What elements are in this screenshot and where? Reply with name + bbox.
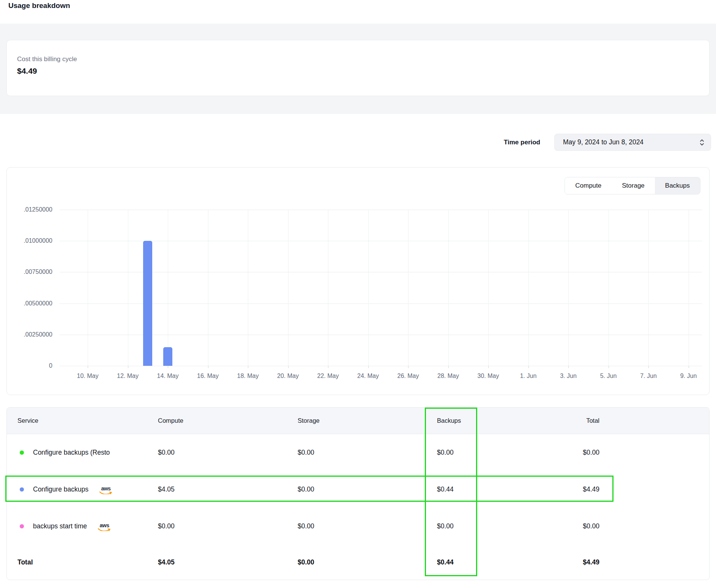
x-axis-label: 24. May — [357, 373, 379, 379]
x-axis-label: 20. May — [277, 373, 299, 379]
time-period-row: Time period May 9, 2024 to Jun 8, 2024 — [504, 134, 711, 151]
usage-table: Service Compute Storage Backups Total Co… — [6, 407, 710, 580]
gridline-vertical — [448, 210, 449, 366]
gridline-horizontal — [60, 366, 702, 366]
x-axis-tick — [208, 366, 208, 368]
x-axis-tick — [648, 366, 649, 368]
chart-metric-tabs: Compute Storage Backups — [565, 177, 700, 194]
x-axis-label: 28. May — [437, 373, 459, 379]
chart-bar-14-may[interactable] — [163, 347, 172, 366]
x-axis-tick — [128, 366, 128, 368]
table-header-row: Service Compute Storage Backups Total — [7, 408, 709, 434]
gridline-vertical — [648, 210, 649, 366]
y-axis-label: .01000000 — [9, 237, 52, 244]
backups-total: $0.44 — [437, 558, 528, 566]
gridline-vertical — [488, 210, 489, 366]
compute-cost: $0.00 — [158, 449, 298, 457]
backups-cost: $0.00 — [437, 449, 528, 457]
chart-bar-13-may[interactable] — [143, 241, 152, 366]
chevron-up-down-icon — [699, 138, 705, 147]
bar-chart: .01250000.01000000.00750000.00500000.002… — [7, 168, 709, 395]
gridline-horizontal — [60, 303, 702, 304]
y-axis-label: .00500000 — [9, 300, 52, 307]
gridline-vertical — [408, 210, 408, 366]
table-row: Configure backups (Resto $0.00 $0.00 $0.… — [7, 434, 709, 471]
cost-card-label: Cost this billing cycle — [17, 55, 709, 63]
column-header-backups: Backups — [437, 417, 528, 424]
series-dot-icon — [20, 524, 24, 528]
usage-chart-card: Compute Storage Backups .01250000.010000… — [6, 167, 710, 395]
service-name: Configure backups (Resto — [33, 449, 110, 457]
x-axis-label: 9. Jun — [680, 373, 697, 379]
y-axis-label: 0 — [9, 362, 52, 369]
table-total-row: Total $4.05 $0.00 $0.44 $4.49 — [7, 545, 709, 580]
aws-icon: aws — [98, 523, 111, 531]
gridline-horizontal — [60, 210, 702, 210]
x-axis-tick — [689, 366, 689, 368]
x-axis-label: 12. May — [117, 373, 139, 379]
total-cost: $0.00 — [528, 449, 709, 457]
x-axis-tick — [328, 366, 328, 368]
x-axis-tick — [88, 366, 88, 368]
x-axis-tick — [168, 366, 168, 368]
x-axis-tick — [609, 366, 609, 368]
time-period-value: May 9, 2024 to Jun 8, 2024 — [563, 138, 643, 146]
tab-backups[interactable]: Backups — [655, 177, 700, 194]
service-name: backups start time — [33, 522, 87, 530]
gridline-horizontal — [60, 241, 702, 241]
column-header-service: Service — [7, 417, 158, 424]
gridline-vertical — [208, 210, 208, 366]
x-axis-label: 14. May — [157, 373, 179, 379]
page-title: Usage breakdown — [8, 2, 70, 10]
time-period-select[interactable]: May 9, 2024 to Jun 8, 2024 — [554, 134, 711, 151]
cost-card: Cost this billing cycle $4.49 — [6, 40, 710, 96]
storage-cost: $0.00 — [298, 449, 437, 457]
x-axis-label: 16. May — [197, 373, 219, 379]
cost-card-value: $4.49 — [17, 66, 709, 76]
column-header-storage: Storage — [298, 417, 437, 424]
y-axis-label: .00750000 — [9, 269, 52, 275]
x-axis-tick — [368, 366, 369, 368]
gridline-vertical — [568, 210, 569, 366]
x-axis-tick — [488, 366, 489, 368]
gridline-vertical — [88, 210, 88, 366]
compute-cost: $4.05 — [158, 485, 298, 493]
backups-cost: $0.44 — [437, 485, 528, 493]
x-axis-label: 22. May — [317, 373, 339, 379]
gridline-vertical — [528, 210, 529, 366]
y-axis-label: .01250000 — [9, 206, 52, 213]
tab-storage[interactable]: Storage — [612, 177, 655, 194]
x-axis-tick — [448, 366, 449, 368]
column-header-total: Total — [528, 417, 709, 424]
time-period-label: Time period — [504, 139, 540, 146]
storage-total: $0.00 — [298, 558, 437, 566]
billing-summary-band: Cost this billing cycle $4.49 — [0, 24, 716, 114]
x-axis-label: 3. Jun — [560, 373, 577, 379]
y-axis-label: .00250000 — [9, 331, 52, 338]
x-axis-label: 30. May — [478, 373, 499, 379]
x-axis-label: 5. Jun — [600, 373, 617, 379]
x-axis-tick — [568, 366, 569, 368]
series-dot-icon — [20, 450, 24, 455]
series-dot-icon — [20, 487, 24, 492]
service-name: Configure backups — [33, 485, 88, 493]
gridline-vertical — [288, 210, 289, 366]
gridline-vertical — [609, 210, 609, 366]
total-row-label: Total — [7, 558, 158, 566]
table-row-highlighted: Configure backups aws $4.05 $0.00 $0.44 … — [7, 471, 709, 508]
storage-cost: $0.00 — [298, 485, 437, 493]
gridline-vertical — [168, 210, 168, 366]
x-axis-tick — [408, 366, 408, 368]
gridline-vertical — [128, 210, 128, 366]
gridline-vertical — [689, 210, 689, 366]
compute-cost: $0.00 — [158, 522, 298, 530]
x-axis-tick — [528, 366, 529, 368]
gridline-vertical — [248, 210, 248, 366]
tab-compute[interactable]: Compute — [565, 177, 612, 194]
x-axis-label: 1. Jun — [520, 373, 537, 379]
x-axis-tick — [248, 366, 248, 368]
x-axis-label: 7. Jun — [640, 373, 657, 379]
table-row: backups start time aws $0.00 $0.00 $0.00… — [7, 508, 709, 545]
storage-cost: $0.00 — [298, 522, 437, 530]
x-axis-tick — [288, 366, 289, 368]
